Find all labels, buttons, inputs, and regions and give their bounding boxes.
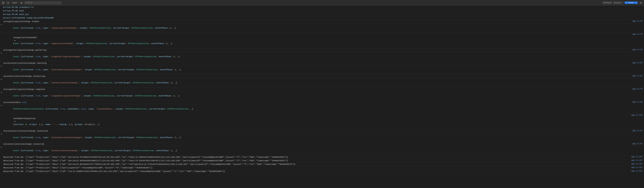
row-gutter [0, 142, 3, 143]
expand-arrow-icon[interactable]: ▶ [1, 65, 2, 67]
log-row-ws2: Received from WS: {"type":"Prediction","… [0, 159, 644, 162]
log-text-iceconnection1-event: Event {isTrusted: true, type: 'iceconnec… [3, 65, 642, 74]
expand-arrow-icon[interactable]: ▶ [1, 91, 2, 93]
log-text-iceconnection2: oniceconnectionstatechange connected [3, 129, 632, 133]
log-text-iceconnection1: oniceconnectionstatechange checking [3, 62, 632, 65]
log-source-ws2[interactable]: app.ts:197 [630, 159, 644, 162]
log-text-icegathering1: onicegatheringstatechange gathering [3, 48, 632, 52]
eye-icon-button[interactable] [20, 1, 24, 5]
svg-point-3 [20, 2, 22, 4]
row-gutter: ▶ [0, 133, 3, 135]
log-text-connection1: onconnectionstatechange connecting [3, 75, 632, 78]
sdp-source-4[interactable] [642, 16, 644, 17]
sdp-source-2[interactable] [642, 9, 644, 10]
log-source-empty [642, 133, 644, 134]
log-row-sendsdp: sendSdpToSignaling ▶ {version: 0, origin… [0, 114, 644, 129]
top-frame-selector[interactable]: top ▼ [11, 1, 19, 5]
preserve-log-button[interactable] [6, 1, 10, 5]
log-row-icegathering2-child: ▶ Event {isTrusted: true, type: 'icegath… [0, 91, 644, 101]
log-text-ws1: Received from WS: {"type":"Prediction","… [3, 155, 630, 159]
log-source-ws4[interactable]: app.ts:197 [630, 166, 644, 169]
log-row-connection2: onconnectionstatechange connected app.ts… [0, 142, 644, 146]
row-gutter: ▶ [0, 146, 3, 148]
log-text-ws4: Received from WS: {"type":"Prediction","… [3, 166, 630, 169]
log-row-connection1-child: ▶ Event {isTrusted: true, type: 'connect… [0, 78, 644, 88]
log-text-icecandidate: onicecandidate null [3, 101, 632, 104]
log-source-connection1[interactable]: app.ts:61 [632, 75, 644, 77]
default-levels-button[interactable]: Default levels ▼ [602, 1, 624, 5]
log-source-icegathering2[interactable]: app.ts:70 [632, 88, 644, 90]
svg-point-4 [21, 3, 22, 3]
devtools-console: top ▼ Default levels ▼ 1 Issue: 1 [0, 0, 644, 188]
log-text-icegathering2: onicegatheringstatechange complete [3, 88, 632, 91]
log-text-ws2: Received from WS: {"type":"Prediction","… [3, 159, 630, 162]
filter-input[interactable] [24, 1, 62, 4]
log-text-negotiation: onnegotiationneeded ▶ Event {isTrusted: … [3, 33, 632, 48]
log-source-sendsdp[interactable]: app.ts:148 [630, 114, 644, 117]
log-source-iceconnection1[interactable]: app.ts:64 [632, 62, 644, 64]
log-row-iceconnection1: oniceconnectionstatechange checking app.… [0, 62, 644, 65]
expand-arrow-icon[interactable]: ▶ [1, 146, 2, 148]
issues-badge[interactable]: 1 Issue: 1 [624, 2, 638, 4]
log-source-empty [642, 78, 644, 79]
sdp-line-1: a=rtcp-fb:96 transport-cc [0, 6, 644, 9]
log-row-connection2-child: ▶ Event {isTrusted: true, type: 'connect… [0, 146, 644, 155]
sdp-source-1[interactable] [642, 6, 644, 6]
log-text-sendsdp: sendSdpToSignaling ▶ {version: 0, origin… [3, 114, 630, 129]
log-source-connection2[interactable]: app.ts:61 [632, 142, 644, 145]
log-source-iceconnection2[interactable]: app.ts:64 [632, 129, 644, 132]
log-source-icegathering1[interactable]: app.ts:70 [632, 48, 644, 51]
log-source-negotiation[interactable]: app.ts:73 [632, 33, 644, 36]
sdp-line-2: a=rtcp-fb:96 nack [0, 9, 644, 13]
row-gutter [0, 159, 3, 159]
dropdown-arrow-icon: ▼ [16, 2, 17, 4]
log-row-connection1: onconnectionstatechange connecting app.t… [0, 75, 644, 78]
log-source-icecandidate[interactable]: app.ts:50 [632, 101, 644, 104]
row-gutter: ▶ [0, 91, 3, 93]
settings-button[interactable] [639, 1, 643, 5]
log-text-signaling: onsignalingstatechange stable [3, 20, 632, 23]
sdp-line-3: a=rtcp-fb:96 nack pli [0, 13, 644, 16]
row-gutter [0, 33, 3, 33]
expand-arrow-icon[interactable]: ▶ [1, 78, 2, 80]
expand-arrow-icon[interactable]: ▶ [1, 24, 2, 26]
log-row-icecandidate-child: ▶ RTCPeerConnectionIceEvent {isTrusted: … [0, 104, 644, 114]
log-source-signaling[interactable]: app.ts:76 [632, 20, 644, 23]
row-gutter: ▶ [0, 65, 3, 67]
sdp-line-4: a=ssrc:27471491846 cname:6svJzTH4+I04uUh… [0, 16, 644, 20]
log-text-icegathering2-event: Event {isTrusted: true, type: 'icegather… [3, 91, 642, 101]
log-row-icegathering2: onicegatheringstatechange complete app.t… [0, 88, 644, 91]
log-row-ws4: Received from WS: {"type":"Prediction","… [0, 166, 644, 170]
row-gutter [0, 6, 3, 6]
sdp-source-3[interactable] [642, 13, 644, 14]
log-source-ws5[interactable]: app.ts:197 [630, 170, 644, 172]
log-source-empty [642, 91, 644, 92]
log-text-ws5: Received from WS: {"type":"Prediction","… [3, 170, 630, 173]
sdp-text-2: a=rtcp-fb:96 nack [3, 9, 642, 13]
log-row-iceconnection2-child: ▶ Event {isTrusted: true, type: 'iceconn… [0, 133, 644, 142]
expand-arrow-icon[interactable]: ▶ [1, 104, 2, 107]
log-text-icegathering1-event: Event {isTrusted: true, type: 'icegather… [3, 52, 642, 61]
log-source-ws3[interactable]: app.ts:197 [630, 162, 644, 165]
log-row-signaling: onsignalingstatechange stable app.ts:76 [0, 20, 644, 23]
row-gutter [0, 20, 3, 20]
toolbar-right: Default levels ▼ 1 Issue: 1 [602, 1, 643, 5]
expand-arrow-icon[interactable]: ▶ [1, 52, 2, 54]
top-frame-label: top [12, 2, 16, 4]
log-row-ws1: Received from WS: {"type":"Prediction","… [0, 155, 644, 159]
log-source-ws1[interactable]: app.ts:197 [630, 155, 644, 158]
log-row-negotiation: onnegotiationneeded ▶ Event {isTrusted: … [0, 33, 644, 48]
console-toolbar: top ▼ Default levels ▼ 1 Issue: 1 [0, 0, 644, 6]
log-source-empty [642, 146, 644, 147]
log-text-signaling-event: Event {isTrusted: true, type: 'signaling… [3, 23, 642, 33]
log-text-iceconnection2-event: Event {isTrusted: true, type: 'iceconnec… [3, 133, 642, 142]
issues-label: 1 Issue: [626, 2, 634, 4]
row-gutter [0, 75, 3, 75]
row-gutter [0, 162, 3, 163]
expand-arrow-icon[interactable]: ▶ [1, 133, 2, 135]
log-row-ws3: Received from WS: {"type":"Prediction","… [0, 162, 644, 166]
clear-console-button[interactable] [1, 1, 5, 5]
row-gutter [0, 13, 3, 13]
log-source-empty [642, 23, 644, 24]
log-row-iceconnection2: oniceconnectionstatechange connected app… [0, 129, 644, 133]
